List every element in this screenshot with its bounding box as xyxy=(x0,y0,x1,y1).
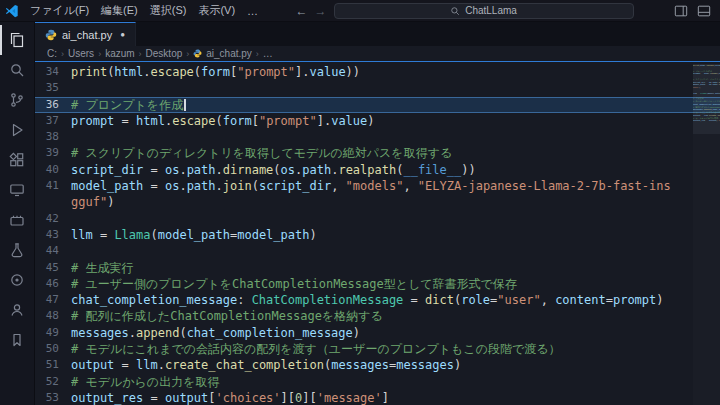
sidebar-item-search[interactable] xyxy=(0,55,34,85)
code-line[interactable]: 44 xyxy=(35,243,720,259)
code-line[interactable]: 34print(html.escape(form["prompt"].value… xyxy=(35,64,720,80)
sidebar-item-source-control[interactable] xyxy=(0,85,34,115)
account-icon xyxy=(9,302,25,318)
remote-explorer-icon xyxy=(9,182,25,198)
code-line[interactable]: gguf") xyxy=(35,194,720,210)
breadcrumb-users[interactable]: Users xyxy=(68,48,94,59)
sidebar-item-explorer[interactable] xyxy=(0,25,34,55)
sidebar-item-run-debug[interactable] xyxy=(0,115,34,145)
line-number: 37 xyxy=(35,113,71,129)
sidebar-item-jupyter[interactable] xyxy=(0,265,34,295)
code-line[interactable]: 49messages.append(chat_completion_messag… xyxy=(35,325,720,341)
command-center-text: ChatLLama xyxy=(465,5,517,16)
vscode-logo-icon xyxy=(0,4,24,18)
breadcrumb-kazum[interactable]: kazum xyxy=(105,48,134,59)
breadcrumb-drive[interactable]: C: xyxy=(47,48,57,59)
text-cursor xyxy=(184,99,186,111)
code-line[interactable]: 37prompt = html.escape(form["prompt"].va… xyxy=(35,113,720,129)
activity-bar xyxy=(0,22,35,405)
code-lines: 34print(html.escape(form["prompt"].value… xyxy=(35,64,720,405)
breadcrumb-symbol-ellipsis[interactable]: … xyxy=(263,48,273,59)
code-line[interactable]: 51output = llm.create_chat_completion(me… xyxy=(35,357,720,373)
bookmarks-icon xyxy=(9,332,25,348)
nav-back-icon[interactable]: ← xyxy=(296,5,308,17)
code-line[interactable]: 46# ユーザー側のプロンプトをChatCompletionMessage型とし… xyxy=(35,276,720,292)
run-debug-icon xyxy=(9,122,25,138)
containers-icon xyxy=(9,212,25,228)
code-line[interactable]: 41model_path = os.path.join(script_dir, … xyxy=(35,178,720,194)
vscode-window: ファイル(F) 編集(E) 選択(S) 表示(V) … ← → ChatLLam… xyxy=(0,0,720,405)
search-icon xyxy=(450,6,460,16)
code-line[interactable]: 50# モデルにこれまでの会話内容の配列を渡す（ユーザーのプロンプトもこの段階で… xyxy=(35,341,720,357)
modified-dot-icon: ● xyxy=(120,30,125,39)
layout-sidebar-icon[interactable] xyxy=(674,4,688,18)
sidebar-item-extensions[interactable] xyxy=(0,145,34,175)
code-line[interactable]: 40script_dir = os.path.dirname(os.path.r… xyxy=(35,162,720,178)
line-number: 43 xyxy=(35,227,71,243)
code-line[interactable]: 35 xyxy=(35,80,720,96)
line-number: 49 xyxy=(35,325,71,341)
line-number: 44 xyxy=(35,243,71,259)
line-number: 40 xyxy=(35,162,71,178)
minimap[interactable]: print(html.escape(form["prompt"].value))… xyxy=(693,64,720,405)
line-number: 41 xyxy=(35,178,71,194)
chevron-right-icon: › xyxy=(139,49,142,59)
code-line[interactable]: 38 xyxy=(35,129,720,145)
explorer-icon xyxy=(9,32,25,48)
line-number: 52 xyxy=(35,374,71,390)
line-number xyxy=(35,194,71,210)
tab-ai-chat-py[interactable]: ai_chat.py ● xyxy=(35,22,136,46)
code-line[interactable]: 36# プロンプトを作成 xyxy=(35,97,720,113)
line-number: 42 xyxy=(35,211,71,227)
chevron-right-icon: › xyxy=(61,49,64,59)
code-line[interactable]: 45# 生成実行 xyxy=(35,260,720,276)
breadcrumb-desktop[interactable]: Desktop xyxy=(146,48,183,59)
chevron-right-icon: › xyxy=(256,49,259,59)
menu-overflow[interactable]: … xyxy=(241,5,264,17)
line-number: 38 xyxy=(35,129,71,145)
line-number: 34 xyxy=(35,64,71,80)
code-line[interactable]: 47chat_completion_message: ChatCompletio… xyxy=(35,292,720,308)
search-icon xyxy=(9,62,25,78)
code-line[interactable]: 53output_res = output['choices'][0]['mes… xyxy=(35,390,720,405)
tab-bar: ai_chat.py ● xyxy=(35,22,720,46)
title-bar-center: ← → ChatLLama xyxy=(264,3,665,19)
menu-edit[interactable]: 編集(E) xyxy=(95,3,144,18)
layout-panel-icon[interactable] xyxy=(697,4,711,18)
line-number: 53 xyxy=(35,390,71,405)
sidebar-item-bookmarks[interactable] xyxy=(0,325,34,355)
title-bar-actions xyxy=(665,4,720,18)
sidebar-item-containers[interactable] xyxy=(0,205,34,235)
line-number: 46 xyxy=(35,276,71,292)
line-number: 39 xyxy=(35,145,71,161)
sidebar-item-account[interactable] xyxy=(0,295,34,325)
python-icon xyxy=(193,49,202,58)
jupyter-icon xyxy=(9,272,25,288)
breadcrumb[interactable]: C: › Users › kazum › Desktop › ai_chat.p… xyxy=(35,46,720,61)
breadcrumb-filename[interactable]: ai_chat.py xyxy=(206,48,252,59)
code-line[interactable]: 43llm = Llama(model_path=model_path) xyxy=(35,227,720,243)
line-number: 51 xyxy=(35,357,71,373)
line-number: 50 xyxy=(35,341,71,357)
nav-forward-icon[interactable]: → xyxy=(315,5,327,17)
code-line[interactable]: 42 xyxy=(35,211,720,227)
line-number: 35 xyxy=(35,80,71,96)
sidebar-item-testing[interactable] xyxy=(0,235,34,265)
chevron-right-icon: › xyxy=(186,49,189,59)
code-line[interactable]: 39# スクリプトのディレクトリを取得してモデルの絶対パスを取得する xyxy=(35,145,720,161)
tab-label: ai_chat.py xyxy=(62,29,112,41)
line-number: 36 xyxy=(35,97,71,113)
code-line[interactable]: 52# モデルからの出力を取得 xyxy=(35,374,720,390)
menu-view[interactable]: 表示(V) xyxy=(192,3,241,18)
line-number: 47 xyxy=(35,292,71,308)
sidebar-item-remote-explorer[interactable] xyxy=(0,175,34,205)
code-line[interactable]: 48# 配列に作成したChatCompletionMessageを格納する xyxy=(35,308,720,324)
code-editor[interactable]: 34print(html.escape(form["prompt"].value… xyxy=(35,61,720,405)
python-icon xyxy=(45,29,57,41)
line-number: 45 xyxy=(35,260,71,276)
menu-file[interactable]: ファイル(F) xyxy=(24,3,95,18)
menu-selection[interactable]: 選択(S) xyxy=(144,3,193,18)
command-center-search[interactable]: ChatLLama xyxy=(334,3,634,19)
testing-flask-icon xyxy=(9,242,25,258)
menu-bar: ファイル(F) 編集(E) 選択(S) 表示(V) … xyxy=(24,3,264,18)
